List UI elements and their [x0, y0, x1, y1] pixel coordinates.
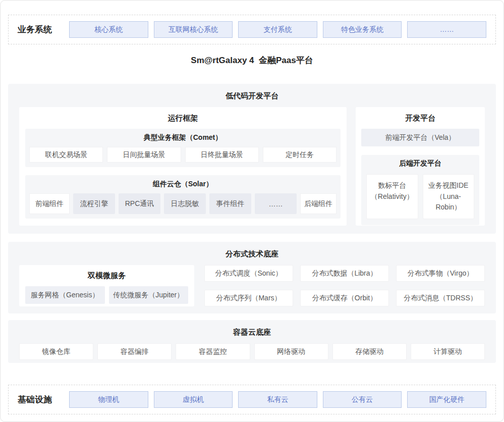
business-system-box: …… — [407, 21, 486, 38]
comet-framework-card: 典型业务框架（Comet） 联机交易场景 日间批量场景 日终批量场景 定时任务 — [25, 129, 341, 167]
business-system-box: 核心系统 — [69, 21, 148, 38]
distributed-service-box: 分布式缓存（Orbit） — [300, 290, 389, 306]
solar-component-box: 事件组件 — [209, 193, 251, 214]
container-cloud-box: 容器编排 — [97, 343, 172, 360]
luna-robin-ide-name: 业务视图IDE — [424, 180, 473, 191]
frontend-dev-platform-box: 前端开发平台（Vela） — [361, 129, 479, 146]
infrastructure-label: 基础设施 — [18, 394, 52, 405]
solar-component-box: 后端组件 — [300, 193, 337, 214]
backend-dev-boxes: 数标平台 （Relativity） 业务视图IDE （Luna-Robin） — [366, 174, 474, 219]
infrastructure-box: 国产化硬件 — [407, 391, 486, 408]
relativity-platform-code: （Relativity） — [368, 191, 417, 202]
infrastructure-row: 基础设施 物理机 虚拟机 私有云 公有云 国产化硬件 — [8, 385, 496, 414]
solar-components-title: 组件云仓（Solar） — [29, 180, 337, 189]
container-cloud-box: 网络驱动 — [254, 343, 328, 360]
luna-robin-ide-box: 业务视图IDE （Luna-Robin） — [423, 174, 475, 219]
dev-platform-title: 开发平台 — [361, 107, 479, 129]
business-systems-label: 业务系统 — [18, 24, 52, 35]
infrastructure-box: 私有云 — [238, 391, 317, 408]
comet-scenario-box: 联机交易场景 — [29, 147, 103, 163]
container-cloud-box: 存储驱动 — [332, 343, 407, 360]
solar-component-box: 日志脱敏 — [164, 193, 206, 214]
distributed-service-box: 分布式序列（Mars） — [204, 290, 293, 306]
distributed-service-box: 分布式事物（Virgo） — [396, 265, 485, 282]
lowcode-body: 运行框架 典型业务框架（Comet） 联机交易场景 日间批量场景 日终批量场景 … — [19, 107, 485, 226]
distributed-base-title: 分布式技术底座 — [19, 249, 485, 259]
runtime-framework-title: 运行框架 — [25, 107, 341, 129]
comet-framework-title: 典型业务框架（Comet） — [29, 133, 337, 142]
container-cloud-section: 容器云底座 镜像仓库 容器编排 容器监控 网络驱动 存储驱动 计算驱动 — [8, 320, 496, 363]
comet-scenario-box: 定时任务 — [263, 147, 337, 163]
relativity-platform-box: 数标平台 （Relativity） — [366, 174, 418, 219]
business-systems-boxes: 核心系统 互联网核心系统 支付系统 特色业务系统 …… — [69, 21, 486, 38]
business-systems-row: 业务系统 核心系统 互联网核心系统 支付系统 特色业务系统 …… — [8, 15, 496, 44]
dual-mode-title: 双模微服务 — [25, 268, 188, 286]
page-title: Sm@rtGalaxy 4 金融Paas平台 — [8, 55, 496, 67]
dual-mode-boxes: 服务网格（Genesis） 传统微服务（Jupiter） — [25, 286, 188, 304]
container-cloud-box: 容器监控 — [176, 343, 250, 360]
dual-mode-microservice-card: 双模微服务 服务网格（Genesis） 传统微服务（Jupiter） — [19, 265, 194, 306]
service-mesh-box: 服务网格（Genesis） — [25, 286, 105, 304]
solar-component-box: RPC通讯 — [119, 193, 160, 214]
infrastructure-box: 物理机 — [69, 391, 148, 408]
solar-component-box: 前端组件 — [29, 193, 70, 214]
comet-scenario-box: 日终批量场景 — [185, 147, 259, 163]
solar-components-card: 组件云仓（Solar） 前端组件 流程引擎 RPC通讯 日志脱敏 事件组件 ……… — [25, 175, 341, 219]
comet-scenario-box: 日间批量场景 — [107, 147, 181, 163]
distributed-service-box: 分布式调度（Sonic） — [204, 265, 293, 282]
business-system-box: 支付系统 — [238, 21, 317, 38]
solar-components-row: 前端组件 流程引擎 RPC通讯 日志脱敏 事件组件 …… 后端组件 — [29, 193, 337, 214]
distributed-service-box: 分布式消息（TDRSS） — [396, 290, 485, 306]
distributed-services-grid: 分布式调度（Sonic） 分布式数据（Libra） 分布式事物（Virgo） 分… — [204, 265, 485, 306]
backend-dev-platform-title: 后端开发平台 — [366, 159, 474, 168]
infrastructure-box: 公有云 — [323, 391, 402, 408]
dev-platform-card: 开发平台 前端开发平台（Vela） 后端开发平台 数标平台 （Relativit… — [356, 107, 485, 226]
business-system-box: 特色业务系统 — [323, 21, 402, 38]
solar-component-box: 流程引擎 — [73, 193, 115, 214]
traditional-microservice-box: 传统微服务（Jupiter） — [109, 286, 189, 304]
container-cloud-box: 镜像仓库 — [19, 343, 93, 360]
container-cloud-box: 计算驱动 — [411, 343, 485, 360]
distributed-base-section: 分布式技术底座 双模微服务 服务网格（Genesis） 传统微服务（Jupite… — [8, 242, 496, 313]
lowcode-platform-section: 低代码开发平台 运行框架 典型业务框架（Comet） 联机交易场景 日间批量场景… — [8, 84, 496, 234]
distributed-service-box: 分布式数据（Libra） — [300, 265, 389, 282]
lowcode-platform-title: 低代码开发平台 — [19, 91, 485, 101]
architecture-diagram: 业务系统 核心系统 互联网核心系统 支付系统 特色业务系统 …… Sm@rtGa… — [0, 0, 504, 422]
container-cloud-title: 容器云底座 — [19, 327, 485, 337]
distributed-body: 双模微服务 服务网格（Genesis） 传统微服务（Jupiter） 分布式调度… — [19, 265, 485, 306]
backend-dev-platform-card: 后端开发平台 数标平台 （Relativity） 业务视图IDE （Luna-R… — [361, 155, 479, 225]
infrastructure-boxes: 物理机 虚拟机 私有云 公有云 国产化硬件 — [69, 391, 486, 408]
container-cloud-boxes: 镜像仓库 容器编排 容器监控 网络驱动 存储驱动 计算驱动 — [19, 343, 485, 360]
comet-scenarios-row: 联机交易场景 日间批量场景 日终批量场景 定时任务 — [29, 147, 337, 163]
luna-robin-ide-code: （Luna-Robin） — [424, 191, 473, 213]
solar-component-box: …… — [255, 193, 297, 214]
business-system-box: 互联网核心系统 — [154, 21, 233, 38]
relativity-platform-name: 数标平台 — [368, 180, 417, 191]
runtime-framework-card: 运行框架 典型业务框架（Comet） 联机交易场景 日间批量场景 日终批量场景 … — [19, 107, 347, 226]
infrastructure-box: 虚拟机 — [154, 391, 233, 408]
